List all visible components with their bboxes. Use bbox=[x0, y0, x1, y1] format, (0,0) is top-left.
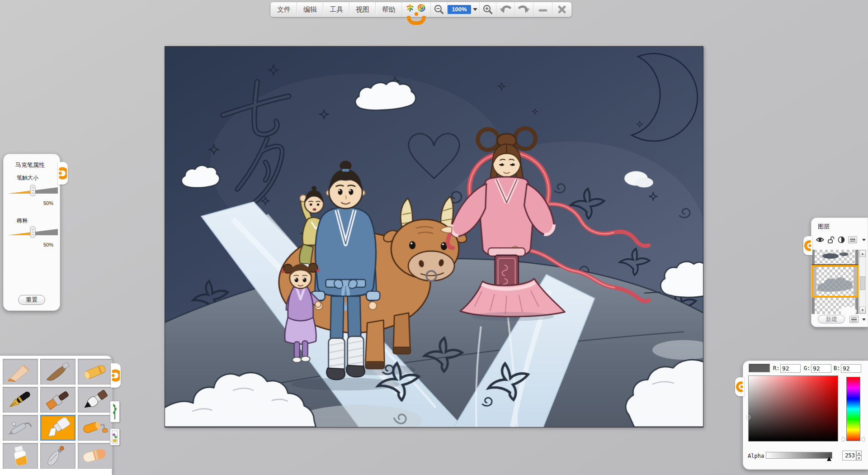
layers-panel: 图层 bbox=[811, 218, 868, 327]
layer-options-caret-icon bbox=[862, 318, 866, 321]
alpha-spinner: ▲ ▼ bbox=[856, 451, 862, 461]
tool-roller[interactable] bbox=[78, 415, 113, 441]
crayon-icon bbox=[80, 361, 110, 382]
tool-pencil[interactable] bbox=[3, 359, 38, 385]
airbrush-icon bbox=[5, 418, 35, 438]
hue-marker-right-icon[interactable] bbox=[861, 437, 864, 442]
alpha-input[interactable] bbox=[842, 451, 856, 461]
layer-options-icon[interactable] bbox=[849, 316, 859, 323]
reset-button[interactable]: 重置 bbox=[18, 295, 45, 305]
b-input[interactable] bbox=[841, 364, 861, 373]
hue-marker-left-icon[interactable] bbox=[842, 437, 845, 442]
tool-marker[interactable] bbox=[40, 415, 75, 441]
scroll-down-button[interactable]: ▼ bbox=[859, 307, 866, 314]
layer-row-1[interactable] bbox=[811, 250, 859, 265]
tool-ink-brush[interactable] bbox=[78, 387, 113, 413]
layers-toolbar bbox=[816, 236, 868, 243]
close-icon bbox=[557, 5, 567, 14]
collapse-handle-icon bbox=[59, 166, 67, 181]
eraser-icon bbox=[80, 446, 110, 466]
brush-size-slider[interactable] bbox=[8, 184, 58, 197]
r-input[interactable] bbox=[780, 364, 801, 373]
dilution-label: 稀释 bbox=[17, 217, 28, 225]
new-layer-button[interactable]: 新建 bbox=[818, 315, 845, 323]
picture-stamp-tab[interactable] bbox=[110, 428, 120, 446]
tool-palette-panel bbox=[0, 356, 112, 475]
menu-edit[interactable]: 编辑 bbox=[297, 2, 323, 17]
color-panel-collapse-handle[interactable] bbox=[735, 377, 744, 396]
collapse-handle-icon bbox=[804, 238, 811, 253]
tool-fountain-pen[interactable] bbox=[3, 387, 38, 413]
zoom-in-button[interactable] bbox=[480, 2, 496, 17]
menu-help[interactable]: 帮助 bbox=[376, 2, 402, 17]
tool-wood-pen[interactable] bbox=[40, 359, 75, 385]
redo-button[interactable] bbox=[515, 2, 533, 17]
plant-stamp-icon bbox=[112, 403, 118, 420]
alpha-slider[interactable] bbox=[766, 452, 832, 459]
zoom-dropdown-caret-icon bbox=[473, 8, 477, 11]
dilution-slider-track bbox=[8, 226, 58, 238]
layer-row-3[interactable] bbox=[811, 298, 859, 314]
tool-flat-brush[interactable] bbox=[40, 387, 75, 413]
current-color-swatch bbox=[749, 364, 770, 372]
plant-stamp-tab[interactable] bbox=[110, 401, 120, 423]
saturation-value-square[interactable] bbox=[748, 375, 838, 442]
tool-palette-collapse-handle[interactable] bbox=[111, 363, 121, 388]
tool-paint-bottle[interactable] bbox=[3, 443, 38, 469]
blend-icon[interactable] bbox=[838, 236, 845, 243]
dilution-slider[interactable] bbox=[8, 226, 58, 238]
layer-list bbox=[811, 250, 859, 314]
marker-panel-collapse-handle[interactable] bbox=[58, 162, 68, 185]
tool-airbrush[interactable] bbox=[3, 415, 38, 441]
menu-tools[interactable]: 工具 bbox=[323, 2, 349, 17]
picture-stamp-icon bbox=[112, 430, 118, 444]
zoom-in-icon bbox=[482, 4, 493, 15]
tool-grid bbox=[3, 359, 109, 469]
main-toolbar: 文件 编辑 工具 视图 帮助 bbox=[270, 2, 572, 17]
layer-row-2-selected[interactable] bbox=[811, 265, 859, 298]
menu-file[interactable]: 文件 bbox=[271, 2, 297, 17]
g-input[interactable] bbox=[811, 364, 831, 373]
alpha-spin-down-button[interactable]: ▼ bbox=[856, 456, 862, 461]
tool-crayon[interactable] bbox=[78, 359, 113, 385]
zoom-level-display[interactable]: 100% bbox=[448, 5, 471, 14]
scroll-up-button[interactable]: ▲ bbox=[859, 250, 866, 257]
app-window: 文件 编辑 工具 视图 帮助 bbox=[0, 0, 868, 475]
eye-icon[interactable] bbox=[816, 237, 824, 243]
menu-view[interactable]: 视图 bbox=[349, 2, 376, 17]
logo-nose-dot bbox=[415, 12, 418, 16]
collapse-handle-icon bbox=[736, 380, 743, 394]
layer1-thumbnail bbox=[811, 250, 859, 265]
close-button[interactable] bbox=[552, 2, 571, 17]
zoom-dropdown-button[interactable] bbox=[471, 2, 480, 17]
drawing-canvas[interactable]: 七夕 bbox=[165, 46, 703, 428]
undo-icon bbox=[499, 4, 512, 15]
b-label: B: bbox=[834, 365, 840, 371]
pencil-icon bbox=[5, 361, 35, 382]
fountain-pen-icon bbox=[5, 390, 35, 410]
minimize-icon bbox=[538, 5, 548, 14]
layer-scrollbar[interactable]: ▲ ▼ bbox=[859, 250, 866, 314]
undo-button[interactable] bbox=[496, 2, 515, 17]
layers-panel-collapse-handle[interactable] bbox=[803, 236, 812, 255]
layer-menu-caret-icon bbox=[862, 239, 866, 241]
zoom-out-button[interactable] bbox=[431, 2, 448, 17]
unlock-icon[interactable] bbox=[827, 236, 835, 243]
alpha-spin-up-button[interactable]: ▲ bbox=[856, 451, 862, 456]
logo-smile-icon bbox=[407, 16, 426, 25]
zoom-out-icon bbox=[434, 4, 444, 15]
layer-menu-icon[interactable] bbox=[848, 236, 857, 243]
tool-eraser[interactable] bbox=[78, 443, 113, 469]
sv-cursor[interactable] bbox=[746, 415, 750, 419]
brush-size-slider-track bbox=[8, 184, 58, 197]
hue-bar[interactable] bbox=[846, 377, 860, 441]
scroll-thumb[interactable] bbox=[860, 276, 865, 290]
alpha-slider-thumb[interactable] bbox=[827, 457, 831, 461]
ink-brush-icon bbox=[80, 390, 110, 410]
tool-palette-knife[interactable] bbox=[40, 443, 75, 469]
minimize-button[interactable] bbox=[533, 2, 552, 17]
paint-bottle-icon bbox=[5, 446, 35, 466]
palette-knife-icon bbox=[43, 446, 73, 466]
g-label: G: bbox=[804, 365, 810, 371]
dilution-value: 50% bbox=[4, 242, 57, 247]
